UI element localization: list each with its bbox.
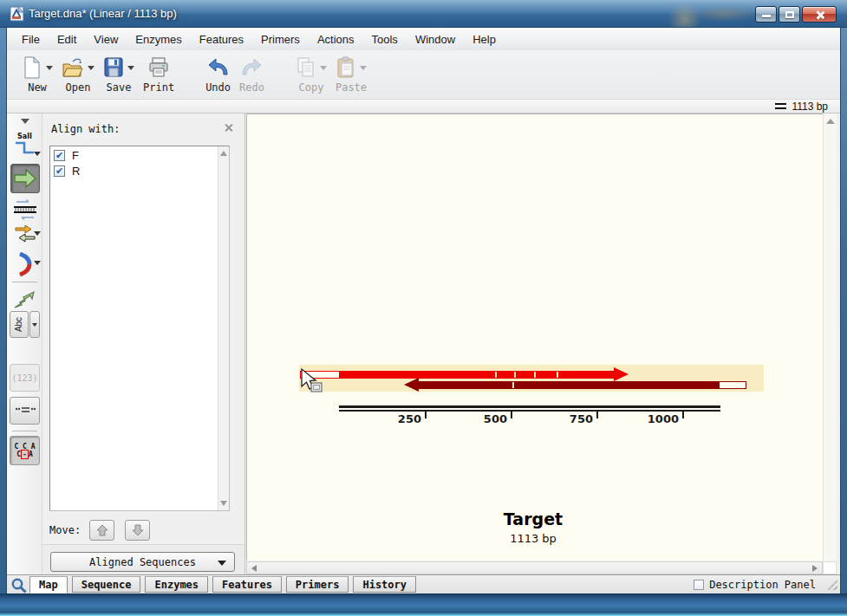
- window-border-bottom: [0, 593, 847, 616]
- window-border-right: [840, 28, 847, 593]
- print-button[interactable]: Print: [140, 55, 177, 94]
- open-dropdown-icon[interactable]: [88, 66, 94, 70]
- ruler-tick: [511, 411, 512, 418]
- app-window: Target.dna* (Linear / 1113 bp) File Edit…: [0, 0, 847, 616]
- menu-window[interactable]: Window: [407, 30, 463, 49]
- toolbar: New Open: [7, 50, 840, 99]
- ruler-line: [339, 405, 720, 408]
- menu-edit[interactable]: Edit: [49, 30, 84, 49]
- primer-r-arrowhead[interactable]: [404, 378, 419, 392]
- redo-button: Redo: [237, 55, 267, 94]
- list-item-r[interactable]: ✔ R: [50, 164, 229, 178]
- menu-enzymes[interactable]: Enzymes: [127, 30, 189, 49]
- quote-line-button[interactable]: [7, 397, 42, 425]
- save-button[interactable]: Save: [101, 55, 137, 94]
- menu-view[interactable]: View: [86, 30, 126, 49]
- paste-dropdown-icon: [360, 66, 367, 70]
- resize-grip[interactable]: [827, 580, 837, 590]
- primer-f-arrowhead[interactable]: [614, 367, 629, 381]
- sequence-info-strip: 1113 bp: [7, 99, 840, 113]
- description-panel-toggle[interactable]: Description Panel: [694, 579, 816, 591]
- map-horizontal-scrollbar[interactable]: [246, 561, 823, 574]
- abc-dropdown-button[interactable]: [29, 311, 40, 338]
- sequence-length: 1113 bp: [792, 101, 828, 113]
- align-panel-header: Align with:: [51, 123, 236, 137]
- undo-button[interactable]: Undo: [203, 55, 233, 94]
- arrow-down-icon: [132, 524, 144, 536]
- menu-primers[interactable]: Primers: [253, 30, 308, 49]
- tab-features[interactable]: Features: [212, 576, 282, 593]
- scroll-up-icon[interactable]: [826, 119, 835, 124]
- translation-arc-icon: [16, 252, 34, 276]
- list-scrollbar[interactable]: [218, 146, 229, 510]
- paste-button: Paste: [333, 55, 369, 94]
- view-tabbar: Map Sequence Enzymes Features Primers Hi…: [7, 574, 840, 593]
- primer-r-bar[interactable]: [419, 381, 719, 389]
- description-panel-checkbox[interactable]: [694, 580, 704, 590]
- map-canvas[interactable]: 250 500 750 1000 Target 1113 bp: [246, 113, 823, 561]
- checkbox-f[interactable]: ✔: [54, 150, 65, 161]
- align-panel: Align with: ✔ F ✔ R Move:: [42, 113, 245, 574]
- enzymes-dropdown-icon[interactable]: [34, 152, 41, 156]
- abc-button[interactable]: Abc: [7, 311, 42, 338]
- arrow-up-icon: [96, 524, 108, 536]
- scroll-right-icon[interactable]: [812, 565, 818, 572]
- rail-overflow-button[interactable]: [7, 119, 42, 124]
- titlebar: Target.dna* (Linear / 1113 bp): [0, 0, 847, 28]
- translation-dropdown-icon[interactable]: [34, 261, 41, 265]
- redo-arrow-icon: [240, 57, 263, 78]
- new-dropdown-icon[interactable]: [46, 66, 53, 70]
- primer-f-bar[interactable]: [339, 371, 614, 379]
- menu-actions[interactable]: Actions: [309, 30, 362, 49]
- checkbox-r[interactable]: ✔: [54, 165, 65, 177]
- primer-r-tail-box[interactable]: [719, 381, 746, 389]
- tab-enzymes[interactable]: Enzymes: [145, 576, 208, 593]
- chevron-down-icon: [21, 119, 29, 124]
- save-dropdown-icon[interactable]: [127, 66, 134, 70]
- scroll-down-icon[interactable]: [220, 501, 227, 506]
- magnifier-icon[interactable]: [10, 577, 28, 594]
- tab-map[interactable]: Map: [29, 576, 68, 593]
- two-bars-icon: [775, 103, 786, 109]
- align-panel-footer: Aligned Sequences: [42, 544, 244, 574]
- tab-history[interactable]: History: [353, 576, 416, 593]
- minimize-button[interactable]: [755, 6, 777, 23]
- aligned-sequences-button[interactable]: Aligned Sequences: [50, 552, 235, 572]
- draw-feature-button[interactable]: [7, 287, 42, 309]
- align-panel-close-button[interactable]: [224, 122, 234, 133]
- maximize-button[interactable]: [779, 6, 800, 23]
- menu-tools[interactable]: Tools: [364, 30, 406, 49]
- scroll-up-icon[interactable]: [220, 151, 227, 156]
- open-button[interactable]: Open: [59, 55, 97, 94]
- close-button[interactable]: [802, 6, 837, 23]
- show-features-button[interactable]: [7, 164, 42, 193]
- abc-text-icon: Abc: [14, 317, 23, 332]
- move-label: Move:: [49, 524, 81, 536]
- list-item-f[interactable]: ✔ F: [50, 148, 229, 162]
- map-vertical-scrollbar[interactable]: [823, 113, 837, 561]
- app-icon: [10, 6, 25, 22]
- tab-sequence[interactable]: Sequence: [72, 576, 141, 593]
- ruler-tick: [682, 411, 684, 418]
- menu-help[interactable]: Help: [465, 30, 504, 49]
- copy-dropdown-icon: [320, 66, 327, 70]
- new-button[interactable]: New: [19, 55, 55, 94]
- menu-file[interactable]: File: [14, 30, 48, 49]
- double-strand-icon: [11, 198, 39, 221]
- double-strand-button[interactable]: [7, 198, 42, 221]
- menu-features[interactable]: Features: [192, 30, 251, 49]
- mouse-cursor: [299, 367, 325, 395]
- scroll-left-icon[interactable]: [251, 565, 257, 572]
- align-panel-title: Align with:: [51, 123, 120, 135]
- main-area: SalI: [7, 113, 840, 574]
- tab-primers[interactable]: Primers: [286, 576, 349, 593]
- side-toolbar: SalI: [7, 113, 42, 574]
- ruler-tick: [596, 411, 598, 418]
- ruler-label-750: 750: [541, 412, 593, 425]
- alignment-button[interactable]: C C A C-A: [7, 436, 42, 465]
- move-up-button[interactable]: [89, 520, 114, 541]
- move-down-button[interactable]: [125, 520, 150, 541]
- primers-dropdown-icon[interactable]: [34, 231, 41, 236]
- description-panel-label: Description Panel: [709, 579, 816, 591]
- show-features-arrow-icon: [13, 167, 37, 190]
